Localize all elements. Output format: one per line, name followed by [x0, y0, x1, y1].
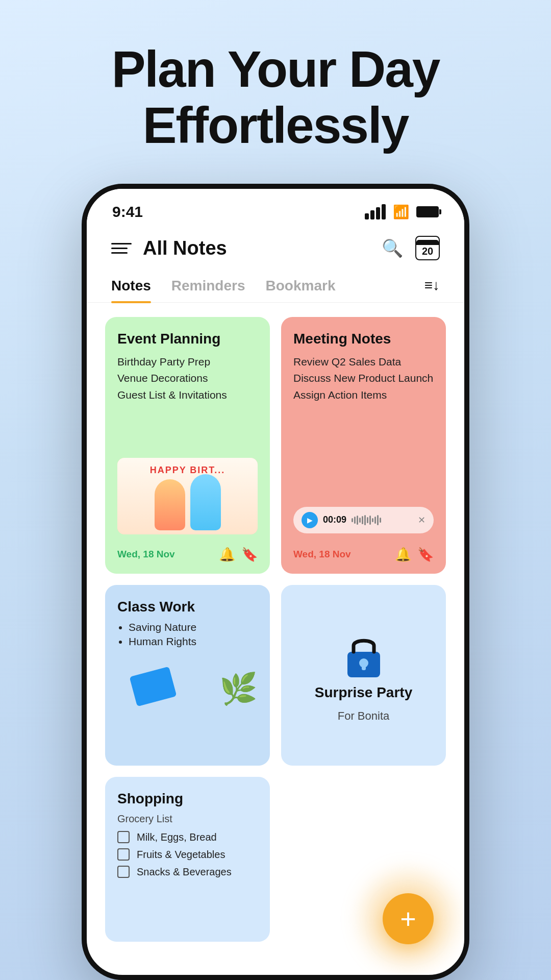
status-bar: 9:41 📶 [87, 189, 464, 226]
note-actions: 🔔 🔖 [395, 547, 434, 562]
search-icon[interactable]: 🔍 [382, 238, 403, 258]
audio-player[interactable]: ▶ 00:09 ✕ [293, 507, 434, 533]
leaf-decoration: 🌿 [219, 671, 258, 707]
lock-icon [343, 635, 384, 676]
audio-time: 00:09 [323, 514, 346, 525]
tab-reminders[interactable]: Reminders [171, 268, 245, 302]
notebook-decoration [130, 667, 177, 707]
status-icons: 📶 [365, 204, 439, 220]
checkbox-item-1[interactable]: Milk, Eggs, Bread [117, 831, 258, 843]
checkbox[interactable] [117, 866, 130, 878]
notes-grid: Event Planning Birthday Party PrepVenue … [87, 303, 464, 956]
checkbox-item-2[interactable]: Fruits & Vegetables [117, 848, 258, 861]
calendar-top [416, 240, 439, 245]
note-actions: 🔔 🔖 [219, 547, 258, 562]
party-people [155, 474, 221, 534]
checkbox-item-3[interactable]: Snacks & Beverages [117, 866, 258, 878]
event-planning-image: HAPPY BIRT... [117, 458, 258, 534]
shopping-subtitle: Grocery List [117, 813, 258, 825]
hero-title: Plan Your DayEffortlessly [112, 41, 440, 153]
classwork-image: 🌿 [117, 656, 258, 707]
note-body: Birthday Party PrepVenue DecorationsGues… [117, 354, 258, 451]
alarm-icon[interactable]: 🔔 [219, 547, 235, 562]
filter-icon[interactable]: ≡↓ [424, 277, 440, 293]
tab-bar: Notes Reminders Bookmark ≡↓ [87, 268, 464, 303]
wifi-icon: 📶 [393, 204, 409, 220]
audio-waveform [352, 515, 413, 525]
app-header: All Notes 🔍 20 [87, 226, 464, 268]
note-footer: Wed, 18 Nov 🔔 🔖 [293, 547, 434, 562]
status-time: 9:41 [112, 203, 143, 220]
note-title: Meeting Notes [293, 330, 434, 348]
person-figure-2 [190, 474, 221, 530]
note-subtitle: For Bonita [338, 709, 390, 723]
note-date: Wed, 18 Nov [293, 549, 351, 560]
header-right: 🔍 20 [382, 236, 440, 260]
calendar-date: 20 [422, 246, 433, 256]
note-bullet-list: Saving Nature Human Rights [117, 621, 258, 650]
note-card-event-planning[interactable]: Event Planning Birthday Party PrepVenue … [105, 317, 270, 574]
alarm-icon[interactable]: 🔔 [395, 547, 411, 562]
checkbox-label: Milk, Eggs, Bread [137, 831, 217, 843]
tab-notes[interactable]: Notes [111, 268, 151, 302]
add-note-button[interactable]: + [383, 893, 434, 944]
note-title: Shopping [117, 790, 258, 807]
svg-rect-2 [362, 664, 366, 670]
note-date: Wed, 18 Nov [117, 549, 175, 560]
note-title: Surprise Party [315, 684, 412, 701]
checkbox-label: Snacks & Beverages [137, 866, 232, 878]
note-footer: Wed, 18 Nov 🔔 🔖 [117, 547, 258, 562]
menu-button[interactable] [111, 243, 132, 254]
note-card-class-work[interactable]: Class Work Saving Nature Human Rights 🌿 [105, 585, 270, 766]
signal-icon [365, 204, 386, 219]
note-card-surprise-party[interactable]: Surprise Party For Bonita [281, 585, 446, 766]
note-body: Review Q2 Sales DataDiscuss New Product … [293, 354, 434, 501]
note-card-shopping[interactable]: Shopping Grocery List Milk, Eggs, Bread … [105, 777, 270, 942]
bullet-item: Human Rights [129, 635, 258, 648]
app-title: All Notes [143, 237, 227, 259]
person-figure-1 [155, 479, 185, 530]
bullet-item: Saving Nature [129, 621, 258, 633]
play-button[interactable]: ▶ [302, 512, 318, 528]
note-card-meeting-notes[interactable]: Meeting Notes Review Q2 Sales DataDiscus… [281, 317, 446, 574]
battery-icon [416, 206, 439, 217]
note-title: Class Work [117, 598, 258, 616]
phone-frame: 9:41 📶 All Notes 🔍 20 Notes Reminders [82, 184, 469, 980]
calendar-button[interactable]: 20 [415, 236, 440, 260]
audio-close-icon[interactable]: ✕ [418, 514, 425, 526]
checkbox[interactable] [117, 831, 130, 843]
header-left: All Notes [111, 237, 227, 259]
note-title: Event Planning [117, 330, 258, 348]
party-banner-text: HAPPY BIRT... [117, 465, 258, 476]
bookmark-icon[interactable]: 🔖 [417, 547, 434, 562]
checkbox-label: Fruits & Vegetables [137, 849, 225, 861]
checkbox[interactable] [117, 848, 130, 861]
bookmark-icon[interactable]: 🔖 [241, 547, 258, 562]
tab-bookmark[interactable]: Bookmark [266, 268, 336, 302]
add-icon: + [400, 903, 416, 935]
